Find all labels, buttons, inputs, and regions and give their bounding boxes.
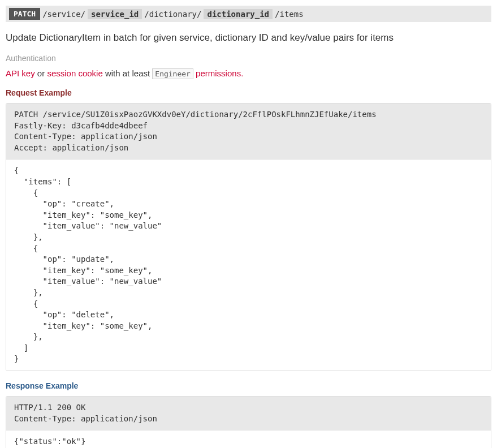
response-example-label: Response Example [6,381,491,390]
session-cookie-link[interactable]: session cookie [47,68,102,78]
path-segment: /items [275,10,304,19]
request-example-label: Request Example [6,88,491,97]
api-key-link[interactable]: API key [6,68,35,78]
role-badge: Engineer [152,68,193,79]
authentication-label: Authentication [6,54,491,63]
response-body: {"status":"ok"} [6,430,491,448]
response-example-block: HTTP/1.1 200 OK Content-Type: applicatio… [6,396,491,448]
endpoint-description: Update DictionaryItem in batch for given… [6,32,491,44]
path-variable-dictionary-id: dictionary_id [204,9,273,19]
method-badge: PATCH [9,8,40,20]
request-headers: PATCH /service/SU1Z0isxPaozGVKXdv0eY/dic… [6,104,491,160]
path-variable-service-id: service_id [88,9,142,19]
authentication-line: API key or session cookie with at least … [6,68,491,78]
path-segment: /service/ [42,10,85,19]
path-segment: /dictionary/ [144,10,201,19]
endpoint-header: PATCH /service/ service_id /dictionary/ … [6,6,491,22]
auth-with: with at least [103,68,153,78]
response-headers: HTTP/1.1 200 OK Content-Type: applicatio… [6,397,491,430]
permissions-link[interactable]: permissions. [193,68,243,78]
request-body: { "items": [ { "op": "create", "item_key… [6,160,491,371]
request-example-block: PATCH /service/SU1Z0isxPaozGVKXdv0eY/dic… [6,103,491,371]
auth-or: or [35,68,47,78]
